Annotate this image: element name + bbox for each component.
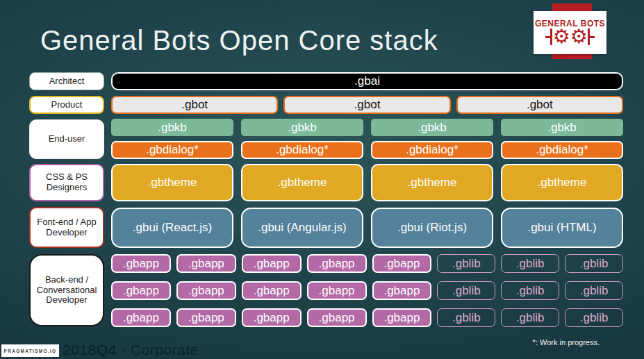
gbapp-box: .gbapp bbox=[372, 254, 432, 273]
gbdialog-box: .gbdialog* bbox=[371, 141, 493, 159]
gear-icon: ⚙ bbox=[552, 27, 570, 47]
row-label-frontend: Font-end / App Developer bbox=[29, 207, 104, 248]
row-gbui: .gbui (React.js) .gbui (Angular.js) .gbu… bbox=[111, 208, 623, 248]
gbtheme-box: .gbtheme bbox=[501, 164, 623, 201]
gbui-riot-box: .gbui (Riot.js) bbox=[371, 208, 493, 248]
gbdialog-box: .gbdialog* bbox=[111, 141, 233, 159]
gbtheme-box: .gbtheme bbox=[371, 164, 493, 201]
gbui-react-box: .gbui (React.js) bbox=[111, 208, 233, 248]
gbkb-box: .gbkb bbox=[241, 119, 363, 136]
gblib-box: .gblib bbox=[565, 281, 623, 300]
gblib-box: .gblib bbox=[437, 308, 495, 327]
gblib-box: .gblib bbox=[501, 281, 559, 300]
gbapp-box: .gbapp bbox=[307, 308, 367, 327]
row-label-product: Product bbox=[29, 96, 104, 114]
row-label-end-user: End-user bbox=[29, 119, 104, 159]
row-backend-1: .gbapp .gbapp .gbapp .gbapp .gbapp .gbli… bbox=[111, 254, 623, 273]
gear-left-line bbox=[545, 36, 550, 38]
gbkb-box: .gbkb bbox=[111, 119, 233, 136]
gbapp-box: .gbapp bbox=[242, 254, 302, 273]
slide-caption: 2018Q4 - Corporate bbox=[63, 342, 199, 358]
row-label-designers: CSS & PS Designers bbox=[29, 164, 104, 201]
gbot-box: .gbot bbox=[456, 96, 623, 114]
slide: General Bots Open Core stack GENERAL BOT… bbox=[0, 0, 644, 359]
gbapp-box: .gbapp bbox=[176, 254, 236, 273]
gbapp-box: .gbapp bbox=[307, 281, 367, 300]
general-bots-logo: GENERAL BOTS ⚙ ⚙ bbox=[534, 11, 606, 54]
gblib-box: .gblib bbox=[565, 254, 623, 273]
gbkb-box: .gbkb bbox=[371, 119, 493, 136]
gbui-html-box: .gbui (HTML) bbox=[501, 208, 623, 248]
gear-icon: ⚙ bbox=[570, 27, 588, 47]
row-gbdialog: .gbdialog* .gbdialog* .gbdialog* .gbdial… bbox=[111, 141, 623, 159]
gbkb-box: .gbkb bbox=[501, 119, 623, 136]
gblib-box: .gblib bbox=[437, 281, 495, 300]
page-title: General Bots Open Core stack bbox=[40, 25, 438, 56]
gbui-angular-box: .gbui (Angular.js) bbox=[241, 208, 363, 248]
gbapp-box: .gbapp bbox=[111, 254, 171, 273]
gears-icon: ⚙ ⚙ bbox=[545, 27, 594, 47]
row-backend-2: .gbapp .gbapp .gbapp .gbapp .gbapp .gbli… bbox=[111, 281, 623, 300]
gbot-box: .gbot bbox=[283, 96, 450, 114]
row-backend-3: .gbapp .gbapp .gbapp .gbapp .gbapp .gbli… bbox=[111, 308, 623, 327]
gbapp-box: .gbapp bbox=[372, 308, 432, 327]
gbtheme-box: .gbtheme bbox=[241, 164, 363, 201]
gbapp-box: .gbapp bbox=[242, 308, 302, 327]
gblib-box: .gblib bbox=[437, 254, 495, 273]
row-gbai: .gbai bbox=[111, 72, 623, 90]
gbai-box: .gbai bbox=[111, 72, 623, 90]
gear-right-line bbox=[590, 36, 595, 38]
gblib-box: .gblib bbox=[565, 308, 623, 327]
pragmatismo-logo: PRAGMATISMO.IO bbox=[1, 344, 59, 357]
gbapp-box: .gbapp bbox=[176, 308, 236, 327]
gbapp-box: .gbapp bbox=[372, 281, 432, 300]
row-gbkb: .gbkb .gbkb .gbkb .gbkb bbox=[111, 119, 623, 136]
gblib-box: .gblib bbox=[501, 254, 559, 273]
gbapp-box: .gbapp bbox=[111, 281, 171, 300]
gbapp-box: .gbapp bbox=[176, 281, 236, 300]
row-label-architect: Architect bbox=[29, 72, 104, 90]
work-in-progress-note: *: Work in progress. bbox=[533, 338, 600, 347]
row-gbtheme: .gbtheme .gbtheme .gbtheme .gbtheme bbox=[111, 164, 623, 201]
row-label-backend: Back-end / Conversational Developer bbox=[29, 254, 104, 326]
gbapp-box: .gbapp bbox=[242, 281, 302, 300]
gblib-box: .gblib bbox=[501, 308, 559, 327]
gbot-box: .gbot bbox=[111, 96, 278, 114]
gbapp-box: .gbapp bbox=[111, 308, 171, 327]
gbdialog-box: .gbdialog* bbox=[501, 141, 623, 159]
gbtheme-box: .gbtheme bbox=[111, 164, 233, 201]
gbdialog-box: .gbdialog* bbox=[241, 141, 363, 159]
gbapp-box: .gbapp bbox=[307, 254, 367, 273]
row-gbot: .gbot .gbot .gbot bbox=[111, 96, 623, 114]
